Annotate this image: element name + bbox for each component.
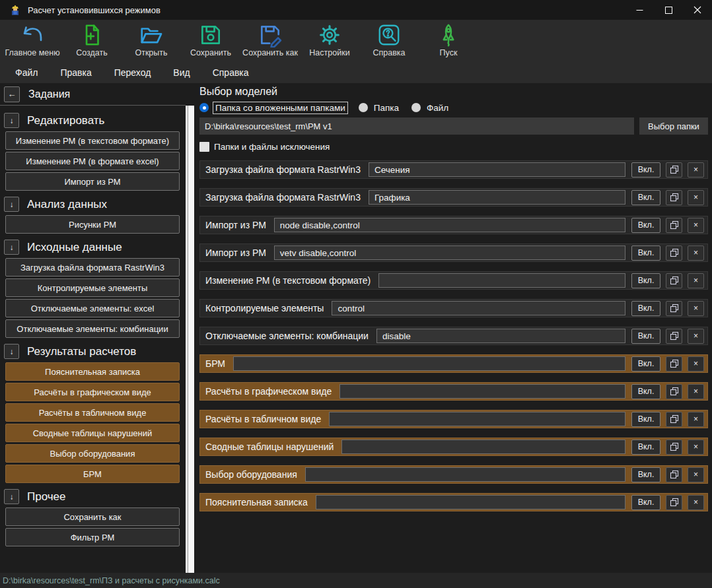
sidebar-task-button[interactable]: Сохранить как	[5, 507, 180, 526]
duplicate-button[interactable]	[666, 273, 682, 288]
sidebar-task-button[interactable]: Отключаемые элементы: комбинации	[5, 319, 180, 338]
minimize-button[interactable]	[625, 0, 654, 20]
sidebar-scrollbar[interactable]	[186, 106, 194, 573]
task-value-input[interactable]: Графика	[369, 190, 625, 205]
task-value-input[interactable]	[329, 412, 625, 426]
enable-button[interactable]: Вкл.	[631, 384, 660, 399]
sidebar-task-button[interactable]: Рисунки РМ	[5, 215, 180, 234]
open-button[interactable]: Открыть	[122, 22, 181, 57]
close-button[interactable]	[683, 0, 712, 20]
help-button[interactable]: Справка	[359, 22, 419, 57]
sidebar-task-button[interactable]: Выбор оборудования	[5, 444, 180, 463]
exclusions-checkbox[interactable]: Папки и файлы исключения	[199, 141, 708, 152]
sidebar-task-button[interactable]: Отключаемые элементы: excel	[5, 299, 180, 317]
enable-button[interactable]: Вкл.	[631, 218, 660, 233]
duplicate-button[interactable]	[666, 495, 682, 510]
duplicate-button[interactable]	[666, 245, 682, 261]
radio-option-1[interactable]: Папка со вложенными папками	[199, 102, 348, 114]
remove-button[interactable]: ×	[688, 273, 704, 288]
section-collapse-button[interactable]: ↓	[4, 344, 19, 359]
copy-icon	[670, 414, 679, 424]
task-value-input[interactable]: node disable,control	[274, 218, 625, 232]
remove-button[interactable]: ×	[688, 467, 704, 482]
sidebar-task-button[interactable]: Расчёты в графическом виде	[5, 383, 180, 401]
enable-button[interactable]: Вкл.	[631, 356, 660, 372]
section-collapse-button[interactable]: ↓	[4, 489, 19, 504]
menu-item-5[interactable]: Справка	[201, 65, 260, 81]
enable-button[interactable]: Вкл.	[631, 329, 660, 344]
maximize-button[interactable]	[654, 0, 683, 20]
duplicate-button[interactable]	[666, 412, 682, 427]
duplicate-button[interactable]	[666, 356, 682, 372]
remove-button[interactable]: ×	[688, 162, 704, 178]
run-button[interactable]: Пуск	[419, 22, 478, 57]
save-as-button[interactable]: Сохранить как	[240, 22, 300, 57]
sidebar-task-button[interactable]: Сводные таблицы нарушений	[5, 424, 180, 442]
task-value-input[interactable]	[378, 273, 625, 288]
duplicate-button[interactable]	[666, 384, 682, 399]
sidebar-task-button[interactable]: Контролируемые элементы	[5, 278, 180, 297]
sidebar-task-button[interactable]: Изменение РМ (в формате excel)	[5, 152, 180, 170]
remove-button[interactable]: ×	[688, 218, 704, 233]
section-collapse-button[interactable]: ↓	[4, 197, 19, 212]
remove-button[interactable]: ×	[688, 301, 704, 316]
enable-button[interactable]: Вкл.	[631, 245, 660, 261]
choose-folder-button[interactable]: Выбор папки	[639, 117, 708, 135]
enable-button[interactable]: Вкл.	[631, 412, 660, 427]
remove-button[interactable]: ×	[688, 329, 704, 344]
duplicate-button[interactable]	[666, 162, 682, 178]
remove-button[interactable]: ×	[688, 356, 704, 372]
radio-option-2[interactable]: Папка	[359, 102, 401, 114]
create-button[interactable]: Создать	[62, 22, 122, 57]
duplicate-button[interactable]	[666, 190, 682, 205]
duplicate-button[interactable]	[666, 218, 682, 233]
task-value-input[interactable]: control	[332, 301, 625, 315]
duplicate-button[interactable]	[666, 467, 682, 482]
sidebar-task-button[interactable]: Изменение РМ (в текстовом формате)	[5, 131, 180, 150]
duplicate-button[interactable]	[666, 329, 682, 344]
radio-option-3[interactable]: Файл	[411, 102, 450, 114]
enable-button[interactable]: Вкл.	[631, 495, 660, 510]
menu-item-3[interactable]: Переход	[103, 65, 162, 81]
task-value-input[interactable]: disable	[376, 329, 625, 343]
task-value-input[interactable]: Сечения	[369, 162, 625, 177]
enable-button[interactable]: Вкл.	[631, 467, 660, 482]
sidebar-collapse-button[interactable]: ←	[4, 86, 20, 102]
remove-button[interactable]: ×	[688, 412, 704, 427]
remove-button[interactable]: ×	[688, 384, 704, 399]
section-collapse-button[interactable]: ↓	[4, 240, 19, 255]
sidebar-task-button[interactable]: Пояснительная записка	[5, 362, 180, 381]
task-value-input[interactable]	[341, 440, 625, 454]
task-value-input[interactable]	[316, 495, 625, 509]
menu-item-1[interactable]: Файл	[4, 65, 49, 81]
sidebar-task-button[interactable]: БРМ	[5, 465, 180, 483]
sidebar-task-button[interactable]: Загрузка файла формата RastrWin3	[5, 258, 180, 277]
enable-button[interactable]: Вкл.	[631, 301, 660, 316]
settings-button[interactable]: Настройки	[300, 22, 359, 57]
task-value-input[interactable]	[233, 356, 625, 371]
sidebar-task-button[interactable]: Фильтр РМ	[5, 528, 180, 546]
remove-button[interactable]: ×	[688, 440, 704, 455]
task-value-input[interactable]: vetv disable,control	[274, 245, 625, 260]
enable-button[interactable]: Вкл.	[631, 162, 660, 178]
task-value-input[interactable]	[305, 467, 625, 482]
enable-button[interactable]: Вкл.	[631, 440, 660, 455]
remove-button[interactable]: ×	[688, 495, 704, 510]
sidebar-task-button[interactable]: Расчёты в табличном виде	[5, 403, 180, 422]
duplicate-button[interactable]	[666, 301, 682, 316]
task-value-input[interactable]	[339, 384, 625, 399]
menu-item-2[interactable]: Правка	[49, 65, 102, 81]
back-arrow-icon	[20, 22, 45, 48]
duplicate-button[interactable]	[666, 440, 682, 455]
enable-button[interactable]: Вкл.	[631, 190, 660, 205]
sidebar-task-button[interactable]: Импорт из РМ	[5, 172, 180, 191]
model-path-input[interactable]: D:\birka\resources\test_rm\РМ v1	[199, 117, 634, 135]
enable-button[interactable]: Вкл.	[631, 273, 660, 288]
menu-item-4[interactable]: Вид	[162, 65, 201, 81]
section-collapse-button[interactable]: ↓	[4, 113, 19, 128]
scrollbar-thumb[interactable]	[188, 106, 194, 573]
main-menu-button[interactable]: Главное меню	[3, 22, 62, 57]
save-button[interactable]: Сохранить	[181, 22, 240, 57]
remove-button[interactable]: ×	[688, 190, 704, 205]
remove-button[interactable]: ×	[688, 245, 704, 261]
